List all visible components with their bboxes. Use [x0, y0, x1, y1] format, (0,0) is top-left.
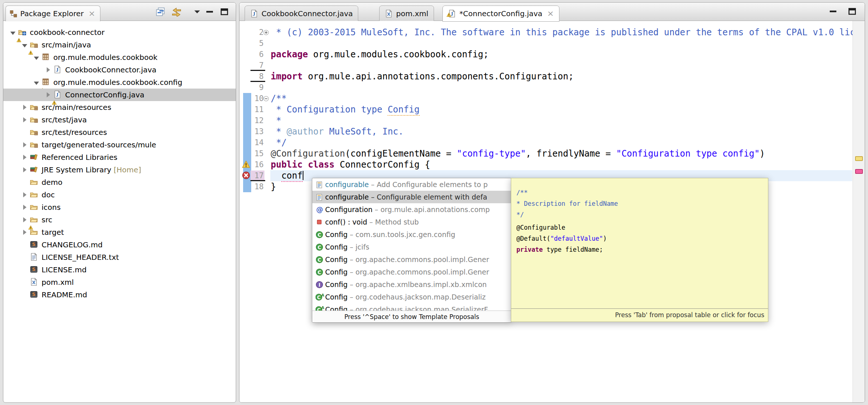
proposal-item[interactable]: CConfig– com.sun.tools.jxc.gen.config: [312, 228, 511, 241]
minimize-button[interactable]: [204, 6, 215, 17]
tree-item-label: src/test/java: [42, 115, 87, 124]
chevron-collapsed-icon[interactable]: [21, 215, 28, 224]
tree-item-license-md[interactable]: SLICENSE.md: [3, 264, 236, 276]
code-line-12[interactable]: 12 *: [239, 115, 865, 126]
tree-item-target[interactable]: target: [3, 226, 236, 239]
code-line-2[interactable]: 2 * (c) 2003-2015 MuleSoft, Inc. The sof…: [239, 27, 865, 38]
minimize-button[interactable]: [829, 7, 837, 16]
tree-item-src-test-resources[interactable]: src/test/resources: [3, 126, 236, 139]
code-line-11[interactable]: 11 * Configuration type Config: [239, 104, 865, 115]
tree-item-label: src: [42, 215, 52, 224]
overview-ruler[interactable]: [853, 21, 865, 402]
chevron-collapsed-icon[interactable]: [21, 165, 28, 174]
chevron-collapsed-icon[interactable]: [45, 65, 52, 74]
tree-item-doc[interactable]: doc: [3, 189, 236, 201]
view-menu-icon: [193, 8, 201, 16]
overview-warning-marker[interactable]: [855, 156, 863, 161]
tree-item-src-test-java[interactable]: src/test/java: [3, 114, 236, 126]
chevron-collapsed-icon[interactable]: [21, 153, 28, 162]
line-number: 17: [249, 170, 264, 181]
text-file-icon: [30, 253, 39, 262]
link-with-editor-button[interactable]: [171, 6, 182, 17]
tree-item-cookbook-connector[interactable]: cookbook-connector: [3, 26, 236, 39]
proposal-item[interactable]: CAConfig– org.codehaus.jackson.map.Seria…: [312, 303, 511, 311]
code-line-14[interactable]: 14 */: [239, 137, 865, 148]
collapse-all-button[interactable]: [155, 6, 166, 17]
java-file-icon: J: [448, 10, 456, 18]
close-icon[interactable]: ×: [89, 10, 95, 17]
tree-item-src-main-resources[interactable]: src/main/resources: [3, 101, 236, 114]
code-line-10[interactable]: 10/**: [239, 93, 865, 104]
tree-item-target-generated-sources-mule[interactable]: target/generated-sources/mule: [3, 139, 236, 151]
tree-item-readme-md[interactable]: SREADME.md: [3, 288, 236, 301]
code-line-6[interactable]: 6package org.mule.modules.cookbook.confi…: [239, 49, 865, 60]
code-line-8[interactable]: 8import org.mule.api.annotations.compone…: [239, 71, 865, 82]
chevron-collapsed-icon[interactable]: [21, 140, 28, 149]
overview-error-marker[interactable]: [855, 169, 863, 174]
tree-item-org-mule-modules-cookbook-config[interactable]: org.mule.modules.cookbook.config: [3, 76, 236, 89]
maximize-button[interactable]: [219, 6, 230, 17]
editor-tab-pom-xml[interactable]: Xpom.xml: [379, 6, 434, 21]
chevron-collapsed-icon[interactable]: [21, 228, 28, 237]
proposal-item[interactable]: CConfig– org.apache.commons.pool.impl.Ge…: [312, 253, 511, 266]
close-icon[interactable]: ×: [547, 10, 554, 17]
proposal-item[interactable]: configurable– Configurable element with …: [312, 191, 511, 203]
chevron-expanded-icon[interactable]: [9, 28, 17, 37]
proposal-item[interactable]: conf() : void– Method stub: [312, 216, 511, 228]
code-line-13[interactable]: 13 * @author MuleSoft, Inc.: [239, 126, 865, 137]
chevron-collapsed-icon[interactable]: [45, 90, 52, 99]
editor-tab-cookbookconnector-java[interactable]: JCookbookConnector.java: [245, 6, 358, 21]
view-menu-button[interactable]: [192, 6, 203, 17]
fold-plus-icon[interactable]: [263, 29, 269, 36]
tree-item-label: ConnectorConfig.java: [65, 90, 145, 99]
chevron-expanded-icon[interactable]: [21, 40, 28, 49]
template-icon: [316, 181, 325, 188]
chevron-expanded-icon[interactable]: [33, 78, 40, 87]
chevron-collapsed-icon[interactable]: [21, 103, 28, 112]
code-editor[interactable]: 2 * (c) 2003-2015 MuleSoft, Inc. The sof…: [239, 21, 865, 402]
svg-text:I: I: [319, 282, 320, 288]
tree-item-changelog-md[interactable]: SCHANGELOG.md: [3, 239, 236, 251]
tree-item-org-mule-modules-cookbook[interactable]: org.mule.modules.cookbook: [3, 51, 236, 64]
tree-item-src[interactable]: src: [3, 214, 236, 226]
proposal-item[interactable]: CConfig– org.apache.commons.pool.impl.Ge…: [312, 266, 511, 278]
line-number: 13: [249, 126, 264, 137]
tree-item-pom-xml[interactable]: Xpom.xml: [3, 276, 236, 288]
fold-minus-icon[interactable]: [263, 96, 269, 102]
chevron-collapsed-icon[interactable]: [21, 115, 28, 124]
tree-item-demo[interactable]: demo: [3, 176, 236, 189]
tree-item-jre-system-library[interactable]: JRE System Library [Home]: [3, 164, 236, 176]
line-number: 15: [249, 148, 264, 159]
svg-text:X: X: [32, 280, 36, 285]
tab-package-explorer[interactable]: Package Explorer ×: [6, 6, 100, 21]
view-tab-label: Package Explorer: [20, 9, 84, 18]
code-line-9[interactable]: 9: [239, 82, 865, 93]
tree-item-license-header-txt[interactable]: LICENSE_HEADER.txt: [3, 251, 236, 264]
svg-text:S: S: [32, 266, 35, 272]
folder-icon: [30, 215, 39, 224]
proposal-item[interactable]: configurable– Add Configurable elements …: [312, 178, 511, 191]
abstract-class-icon: CA: [316, 306, 325, 311]
code-line-15[interactable]: 15@Configuration(configElementName = "co…: [239, 148, 865, 159]
tree-item-icons[interactable]: icons: [3, 201, 236, 214]
proposal-preview-tooltip[interactable]: /*** Description for fieldName*/@Configu…: [511, 178, 768, 322]
maximize-button[interactable]: [848, 7, 857, 16]
proposal-item[interactable]: IConfig– org.apache.xmlbeans.impl.xb.xml…: [312, 278, 511, 291]
chevron-expanded-icon[interactable]: [33, 53, 40, 62]
tree-item-referenced-libraries[interactable]: Referenced Libraries: [3, 151, 236, 164]
proposal-item[interactable]: CAConfig– org.codehaus.jackson.map.Deser…: [312, 291, 511, 303]
tree-item-src-main-java[interactable]: src/main/java: [3, 39, 236, 51]
text-cursor: [303, 171, 303, 180]
code-line-7[interactable]: 7: [239, 60, 865, 71]
code-line-5[interactable]: 5: [239, 38, 865, 49]
editor-tab--connectorconfig-java[interactable]: J*ConnectorConfig.java×: [442, 6, 559, 22]
chevron-collapsed-icon[interactable]: [21, 203, 28, 212]
chevron-collapsed-icon[interactable]: [21, 190, 28, 199]
tree-item-connectorconfig-java[interactable]: JConnectorConfig.java: [3, 89, 236, 101]
proposal-item[interactable]: CConfig– jcifs: [312, 241, 511, 253]
source-folder-icon: [30, 128, 39, 137]
proposal-item[interactable]: @Configuration– org.mule.api.annotations…: [312, 203, 511, 216]
proposal-description: – jcifs: [350, 243, 369, 251]
code-line-16[interactable]: 16public class ConnectorConfig {: [239, 159, 865, 170]
tree-item-cookbookconnector-java[interactable]: JCookbookConnector.java: [3, 64, 236, 76]
